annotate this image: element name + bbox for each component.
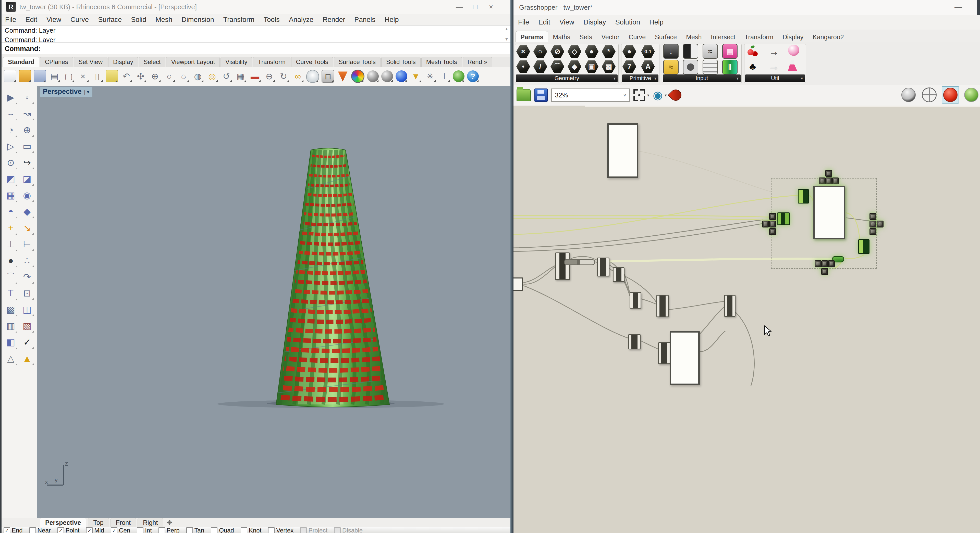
rhino-menu-analyze[interactable]: Analyze [289,16,313,24]
rhino-menu-curve[interactable]: Curve [70,16,89,24]
osnap-int[interactable]: Int [137,527,152,533]
toolbar-tab-transform[interactable]: Transform [253,57,290,67]
knob-icon[interactable] [683,60,698,75]
param-point-icon[interactable]: • [516,60,530,73]
top-connector-port[interactable] [825,178,832,184]
bottom-connector[interactable] [815,260,835,275]
toolbar-tab-curve-tools[interactable]: Curve Tools [291,57,333,67]
zoom-extents-dropdown-icon[interactable]: ▾ [647,93,649,98]
osnap-checkbox-near[interactable] [29,527,36,533]
osnap-checkbox-disable[interactable] [334,527,341,533]
osnap-near[interactable]: Near [29,527,51,533]
pan-icon[interactable]: ✣ [135,70,146,82]
data-dam-icon[interactable] [788,44,799,56]
toolbar-tab-set-view[interactable]: Set View [74,57,107,67]
zoom-combo-chevron-icon[interactable]: ˅ [623,92,626,98]
gh-tab-surface[interactable]: Surface [650,32,681,42]
panel-c[interactable] [670,331,700,385]
toolbar-tab-display[interactable]: Display [108,57,138,67]
osnap-checkbox-int[interactable] [137,527,143,533]
curve-blend-icon[interactable]: ⌒ [4,270,18,284]
number-slider[interactable] [564,259,595,265]
osnap-mid[interactable]: ✓Mid [86,527,104,533]
preview-custom-icon-wrap[interactable] [963,87,980,103]
cherry-picker-icon[interactable] [746,44,760,59]
rhino-menu-surface[interactable]: Surface [98,16,122,24]
osnap-knot[interactable]: Knot [241,527,261,533]
preview-eye-icon[interactable]: ◉ [653,89,662,101]
rhino-menu-transform[interactable]: Transform [223,16,255,24]
osnap-end[interactable]: ✓End [3,527,23,533]
minimize-button[interactable]: — [452,2,466,12]
plane-icon[interactable]: ◆ [21,205,34,218]
rhino-menu-render[interactable]: Render [323,16,345,24]
right-connector[interactable] [870,213,883,235]
toolbar-tab-viewport-layout[interactable]: Viewport Layout [166,57,220,67]
surface-loft-icon[interactable]: ◪ [21,172,34,186]
osnap-checkbox-project[interactable] [300,527,307,533]
series-component[interactable] [555,252,570,280]
param-geometry-icon[interactable]: × [516,44,530,59]
shaded-sphere-icon[interactable] [367,70,379,82]
scribble-icon[interactable]: ≈ [663,60,679,75]
mesh-points-icon[interactable]: ∴ [21,254,34,267]
surface-corner-icon[interactable]: ◩ [4,172,18,186]
value-list-icon[interactable] [703,60,718,75]
bottom-connector-port[interactable] [821,268,828,275]
zoom-window-icon[interactable]: ◍ [192,70,204,82]
ribbon-group-dropdown-icon[interactable]: ▾ [801,76,803,81]
lock-icon[interactable]: ⊓ [321,70,334,82]
right-connector-port[interactable] [870,213,877,220]
raytrace-sphere-icon[interactable] [396,70,407,82]
param-arc-icon[interactable]: ⌒ [550,60,564,73]
panel-b[interactable] [813,186,845,239]
cut-icon[interactable]: × [77,70,89,82]
right-connector-port[interactable] [877,220,883,227]
viewport-tab-move-icon[interactable]: ✥ [167,519,172,527]
osnap-vertex[interactable]: Vertex [268,527,293,533]
color-wheel-icon[interactable] [351,70,364,83]
comp-h[interactable] [724,295,735,317]
osnap-checkbox-end[interactable]: ✓ [3,527,10,533]
rotate-view-icon[interactable]: ↺ [221,70,232,82]
right-connector-port[interactable] [870,228,877,235]
toolbar-tab-standard[interactable]: Standard [3,57,39,67]
top-connector-port[interactable] [819,178,826,184]
copy-icon[interactable]: ▯ [91,70,103,82]
preview-red-icon-wrap[interactable] [942,86,959,103]
osnap-checkbox-vertex[interactable] [268,527,275,533]
grasshopper-titlebar[interactable]: Grasshopper - tw_tower* — [514,0,980,15]
grasshopper-menu-display[interactable]: Display [584,18,606,26]
osnap-checkbox-tan[interactable] [186,527,193,533]
bottom-connector-port[interactable] [828,260,835,267]
gh-tab-transform[interactable]: Transform [740,32,778,42]
undo-view-icon[interactable]: ↻ [278,70,290,82]
grasshopper-menu-solution[interactable]: Solution [615,18,640,26]
save-file-icon[interactable] [535,89,548,102]
preview-custom-icon[interactable] [964,88,978,102]
array-icon[interactable]: ▩ [4,303,18,316]
jump-arrow-icon[interactable]: → [767,60,781,73]
toolbar-tab-rend[interactable]: Rend » [463,57,492,67]
toggle-b[interactable] [777,213,790,225]
toolbar-tab-visibility[interactable]: Visibility [221,57,252,67]
panel-icon[interactable]: ▤ [722,44,738,59]
pyramid-icon[interactable]: ▲ [21,352,34,365]
cone-icon[interactable]: △ [4,352,18,365]
block-icon[interactable]: ▥ [4,319,18,333]
filter-icon[interactable]: ▼ [410,70,422,82]
toolbar-tab-cplanes[interactable]: CPlanes [40,57,73,67]
panel-a[interactable] [607,123,638,178]
viewport-tab-front[interactable]: Front [110,518,136,527]
viewport-title-dropdown-icon[interactable]: | ▾ [84,89,89,95]
gradient-icon[interactable]: ‖ [722,60,738,75]
param-brep-icon[interactable]: ▣ [585,60,598,73]
param-field-icon[interactable]: ▩ [602,60,616,73]
param-group-icon[interactable]: * [602,44,616,59]
param-text-icon[interactable]: A [641,60,655,73]
select-arrow-icon[interactable]: ▶ [4,91,18,104]
viewport-tab-right[interactable]: Right [138,518,163,527]
comp-a[interactable] [597,258,609,276]
zoom-selected-icon[interactable]: ◎ [206,70,218,82]
gh-tab-mesh[interactable]: Mesh [681,32,706,42]
